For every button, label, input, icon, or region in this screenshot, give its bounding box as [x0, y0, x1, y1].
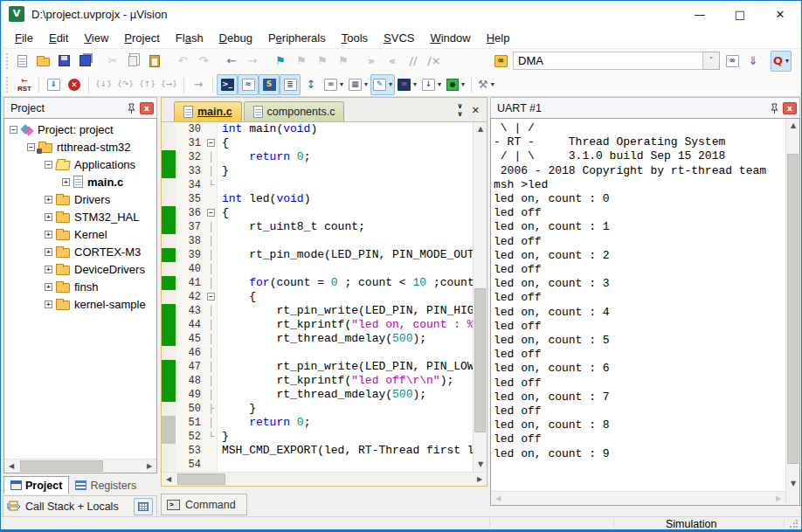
close-document-icon[interactable]: ✕ — [472, 105, 480, 116]
step-out-button[interactable]: {↑} — [136, 74, 158, 95]
find-in-files-button[interactable]: ∞ — [490, 51, 511, 72]
dropdown-caret-icon[interactable]: ▾ — [461, 80, 465, 88]
save-button[interactable] — [53, 51, 74, 72]
bookmark-next-button[interactable]: ⚑ — [291, 51, 312, 72]
tree-item-project-project[interactable]: −Project: project — [4, 121, 156, 138]
command-window-button[interactable]: >_ — [217, 74, 238, 95]
code-line-43[interactable]: 43│ rt_pin_write(LED_PIN, PIN_HIGH); — [162, 304, 473, 318]
code-line-34[interactable]: 34└ — [162, 178, 473, 192]
tree-item-devicedrivers[interactable]: +DeviceDrivers — [4, 260, 156, 278]
tree-item-drivers[interactable]: +Drivers — [4, 190, 156, 208]
undo-button[interactable]: ↶ — [172, 51, 193, 72]
step-into-button[interactable]: {↓} — [93, 74, 114, 95]
run-button[interactable]: ⇓ — [43, 74, 64, 95]
system-viewer-button[interactable]: ▾ — [444, 74, 467, 95]
project-horizontal-scrollbar[interactable]: ◀ ▶ — [4, 459, 156, 473]
menu-view[interactable]: View — [76, 29, 116, 47]
dropdown-caret-icon[interactable]: ▾ — [785, 57, 789, 65]
tree-item-cortex-m3[interactable]: +CORTEX-M3 — [4, 243, 156, 260]
navigate-back-button[interactable]: ← — [221, 51, 242, 72]
code-line-31[interactable]: 31−{ — [162, 136, 473, 150]
show-next-statement-button[interactable]: → — [188, 74, 209, 95]
collapse-icon[interactable]: − — [10, 126, 17, 134]
dropdown-caret-icon[interactable]: ▾ — [389, 80, 392, 88]
debug-toolbox-button[interactable]: ⚒▾ — [475, 74, 497, 95]
toolbar-grip[interactable] — [6, 53, 8, 69]
fold-collapse-icon[interactable]: − — [205, 206, 217, 220]
pin-icon[interactable] — [768, 102, 780, 114]
bookmark-clear-all-button[interactable]: ⚑ — [333, 51, 354, 72]
uart-console-text[interactable]: \ | /- RT - Thread Operating System / | … — [491, 119, 785, 505]
tree-item-kernel[interactable]: +Kernel — [4, 225, 156, 243]
menu-peripherals[interactable]: Peripherals — [260, 29, 334, 47]
code-line-46[interactable]: 46│ — [162, 346, 473, 360]
minimize-button[interactable]: — — [680, 1, 720, 27]
code-line-52[interactable]: 52└} — [162, 430, 473, 444]
resize-grip[interactable] — [789, 520, 798, 529]
code-line-49[interactable]: 49│ rt_thread_mdelay(500); — [162, 388, 473, 402]
editor-horizontal-scrollbar[interactable]: ◀ ▶ — [162, 472, 487, 486]
call-stack-window-button[interactable]: ↕ — [301, 74, 321, 95]
dropdown-caret-icon[interactable]: ▾ — [340, 80, 343, 88]
analysis-window-button[interactable]: ≈▾ — [395, 74, 419, 95]
reset-cpu-button[interactable]: ←RST — [14, 74, 35, 95]
run-to-cursor-button[interactable]: {→} — [158, 74, 180, 95]
code-line-40[interactable]: 40│ — [162, 262, 473, 276]
step-over-button[interactable]: {↷} — [114, 74, 136, 95]
close-button[interactable]: ✕ — [760, 1, 800, 27]
scroll-down-icon[interactable]: ▼ — [474, 458, 487, 472]
tab-registers[interactable]: Registers — [69, 476, 142, 494]
scroll-left-icon[interactable]: ◀ — [162, 473, 176, 487]
incremental-find-button[interactable]: ⇓ — [743, 51, 764, 72]
memory-window-button[interactable]: ▦▾ — [346, 74, 370, 95]
tree-item-kernel-sample[interactable]: +kernel-sample — [4, 295, 156, 313]
tree-item-finsh[interactable]: +finsh — [4, 278, 156, 295]
scroll-right-icon[interactable]: ▶ — [142, 459, 156, 473]
scroll-up-icon[interactable]: ▲ — [786, 119, 800, 133]
scroll-left-icon[interactable]: ◀ — [4, 459, 18, 473]
code-line-36[interactable]: 36−{ — [162, 206, 473, 220]
navigate-forward-button[interactable]: → — [242, 51, 263, 72]
maximize-button[interactable]: □ — [720, 1, 760, 27]
code-line-48[interactable]: 48│ rt_kprintf("led off\r\n"); — [162, 374, 473, 388]
collapse-icon[interactable]: − — [45, 161, 52, 169]
code-line-53[interactable]: 53MSH_CMD_EXPORT(led, RT-Thread first le… — [162, 444, 473, 458]
menu-svcs[interactable]: SVCS — [376, 29, 422, 47]
scroll-left-icon[interactable]: ◀ — [491, 492, 505, 506]
code-line-42[interactable]: 42− { — [162, 290, 473, 304]
code-line-54[interactable]: 54 — [162, 458, 473, 472]
window-list-icon[interactable]: ∨∨ — [457, 102, 463, 118]
search-combo[interactable]: DMA˅ — [513, 52, 720, 70]
symbol-window-button[interactable]: S — [259, 74, 280, 95]
code-line-50[interactable]: 50├ } — [162, 402, 473, 416]
comment-button[interactable]: // — [403, 51, 424, 72]
dropdown-caret-icon[interactable]: ▾ — [491, 80, 494, 88]
expand-icon[interactable]: + — [45, 283, 52, 291]
menu-edit[interactable]: Edit — [41, 29, 76, 47]
stop-button[interactable]: ✕ — [64, 74, 85, 95]
code-editor[interactable]: 30int main(void)31−{32│ return 0;33│}34└… — [162, 122, 473, 472]
expand-icon[interactable]: + — [45, 196, 52, 204]
menu-tools[interactable]: Tools — [334, 29, 376, 47]
uart-horizontal-scrollbar[interactable]: ◀ ▶ — [491, 491, 785, 505]
scroll-down-icon[interactable]: ▼ — [786, 477, 800, 491]
dropdown-caret-icon[interactable]: ▾ — [413, 80, 417, 88]
menu-project[interactable]: Project — [116, 29, 167, 47]
tree-item-applications[interactable]: −Applications — [4, 155, 156, 173]
code-line-39[interactable]: 39│ rt_pin_mode(LED_PIN, PIN_MODE_OUTPUT… — [162, 248, 473, 262]
redo-button[interactable]: ↷ — [193, 51, 214, 72]
find-text-button[interactable]: ∞ — [722, 51, 743, 72]
expand-icon[interactable]: + — [45, 213, 52, 221]
dropdown-caret-icon[interactable]: ▾ — [364, 80, 368, 88]
code-line-32[interactable]: 32│ return 0; — [162, 150, 473, 164]
expand-icon[interactable]: + — [45, 301, 52, 308]
new-file-button[interactable] — [11, 51, 32, 72]
combo-dropdown-icon[interactable]: ˅ — [703, 52, 720, 70]
indent-button[interactable]: » — [361, 51, 382, 72]
code-line-45[interactable]: 45│ rt_thread_mdelay(500); — [162, 332, 473, 346]
project-panel-close-icon[interactable]: x — [140, 102, 154, 114]
menu-flash[interactable]: Flash — [168, 29, 211, 47]
dropdown-caret-icon[interactable]: ▾ — [438, 80, 441, 88]
expand-icon[interactable]: + — [45, 266, 52, 273]
bookmark-toggle-button[interactable]: ⚑ — [270, 51, 291, 72]
